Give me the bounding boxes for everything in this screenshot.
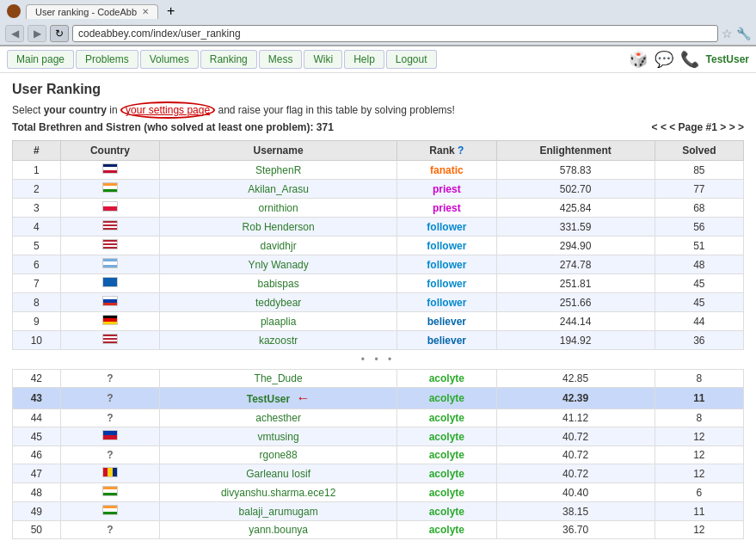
forward-button[interactable]: ▶ <box>28 25 46 42</box>
cell-solved: 44 <box>655 312 743 331</box>
username-link[interactable]: StephenR <box>255 164 301 176</box>
browser-chrome: User ranking - CodeAbb ✕ + ◀ ▶ ↻ codeabb… <box>0 0 756 46</box>
cell-username[interactable]: kazoostr <box>160 331 397 350</box>
top-rows-body: 1 StephenR fanatic 578.83 85 2 Akilan_Ar… <box>13 161 744 350</box>
username-link[interactable]: plaaplia <box>261 316 296 328</box>
cell-solved: 12 <box>655 521 743 539</box>
cell-rank: 10 <box>13 331 61 350</box>
rank-badge: follower <box>427 259 466 271</box>
tab-close-button[interactable]: ✕ <box>142 7 149 16</box>
cell-rank: 2 <box>13 180 61 199</box>
cell-user-rank: acolyte <box>397 521 497 539</box>
cell-username[interactable]: achesther <box>160 409 397 427</box>
nav-main-page[interactable]: Main page <box>7 50 74 69</box>
cell-rank: 49 <box>13 502 61 521</box>
cell-username[interactable]: StephenR <box>160 161 397 180</box>
cell-flag <box>60 502 160 521</box>
nav-problems[interactable]: Problems <box>76 50 138 69</box>
username-link[interactable]: davidhjr <box>261 240 297 252</box>
dice-icon-button[interactable]: 🎲 <box>629 50 648 69</box>
username-link[interactable]: kazoostr <box>259 335 298 347</box>
username-link[interactable]: Akilan_Arasu <box>248 183 309 195</box>
new-tab-button[interactable]: + <box>163 3 178 19</box>
nav-ranking[interactable]: Ranking <box>200 50 257 69</box>
cell-user-rank: acolyte <box>397 464 497 483</box>
cell-username[interactable]: babispas <box>160 274 397 293</box>
cell-username[interactable]: davidhjr <box>160 237 397 255</box>
username-link[interactable]: babispas <box>258 278 299 290</box>
cell-rank: 3 <box>13 199 61 218</box>
rank-badge: acolyte <box>429 506 464 518</box>
phone-icon-button[interactable]: 📞 <box>680 50 699 69</box>
cell-solved: 77 <box>655 180 743 199</box>
cell-username[interactable]: vmtusing <box>160 427 397 446</box>
username-link[interactable]: Rob Henderson <box>243 221 315 233</box>
nav-help[interactable]: Help <box>344 50 384 69</box>
rank-help-icon[interactable]: ? <box>458 144 464 157</box>
username-link[interactable]: TestUser <box>247 393 290 405</box>
cell-solved: 48 <box>655 255 743 274</box>
flag-unknown: ? <box>107 449 113 461</box>
col-rank-label: Rank ? <box>397 141 497 161</box>
nav-wiki[interactable]: Wiki <box>304 50 342 69</box>
flag-unknown: ? <box>107 392 113 404</box>
rank-badge: follower <box>427 221 466 233</box>
pagination[interactable]: < < < Page #1 > > > <box>652 121 744 133</box>
username-link[interactable]: vmtusing <box>258 431 299 443</box>
username-link[interactable]: yann.bounya <box>249 524 308 536</box>
cell-username[interactable]: rgone88 <box>160 446 397 464</box>
refresh-button[interactable]: ↻ <box>50 25 69 42</box>
cell-username[interactable]: teddybear <box>160 293 397 312</box>
cell-username[interactable]: divyanshu.sharma.ece12 <box>160 483 397 502</box>
bookmark-button[interactable]: ☆ <box>722 27 733 40</box>
chat-icon-button[interactable]: 💬 <box>655 50 673 69</box>
flag-unknown: ? <box>107 412 113 424</box>
cell-username[interactable]: balaji_arumugam <box>160 502 397 521</box>
username-link[interactable]: rgone88 <box>260 449 298 461</box>
back-button[interactable]: ◀ <box>5 25 24 42</box>
cell-username[interactable]: ornithion <box>160 199 397 218</box>
flag-germany <box>102 315 118 325</box>
cell-username[interactable]: The_Dude <box>160 370 397 388</box>
nav-links: Main page Problems Volumes Ranking Mess … <box>7 50 437 69</box>
cell-username[interactable]: yann.bounya <box>160 521 397 539</box>
cell-username[interactable]: Ynly Wanady <box>160 255 397 274</box>
cell-username[interactable]: Akilan_Arasu <box>160 180 397 199</box>
nav-volumes[interactable]: Volumes <box>140 50 199 69</box>
cell-enlightenment: 38.15 <box>496 502 655 521</box>
cell-solved: 11 <box>655 388 743 409</box>
cell-username[interactable]: plaaplia <box>160 312 397 331</box>
browser-tab[interactable]: User ranking - CodeAbb ✕ <box>26 4 158 19</box>
nav-mess[interactable]: Mess <box>259 50 303 69</box>
username-link[interactable]: achesther <box>255 412 301 424</box>
cell-user-rank: follower <box>397 293 497 312</box>
flag-poland <box>102 201 118 212</box>
username-link[interactable]: Ynly Wanady <box>248 259 308 271</box>
cell-rank: 50 <box>13 521 61 539</box>
cell-enlightenment: 42.85 <box>496 370 655 388</box>
username-link[interactable]: teddybear <box>255 297 301 309</box>
username-link[interactable]: divyanshu.sharma.ece12 <box>221 487 335 499</box>
cell-solved: 12 <box>655 464 743 483</box>
nav-logout[interactable]: Logout <box>386 50 437 69</box>
rank-badge: acolyte <box>429 412 464 424</box>
cell-username[interactable]: Rob Henderson <box>160 218 397 237</box>
address-bar[interactable]: codeabbey.com/index/user_ranking <box>72 25 718 42</box>
cell-rank: 4 <box>13 218 61 237</box>
username-link[interactable]: balaji_arumugam <box>239 506 318 518</box>
rank-badge: acolyte <box>429 468 464 480</box>
username-link[interactable]: The_Dude <box>255 372 303 384</box>
username-link[interactable]: Garleanu Iosif <box>246 468 310 480</box>
cell-enlightenment: 40.40 <box>496 483 655 502</box>
cell-flag <box>60 274 160 293</box>
flag-uk <box>102 163 118 174</box>
cell-username[interactable]: TestUser ← <box>160 388 397 409</box>
cell-user-rank: acolyte <box>397 409 497 427</box>
rank-badge: follower <box>427 278 466 290</box>
cell-username[interactable]: Garleanu Iosif <box>160 464 397 483</box>
username-link[interactable]: ornithion <box>259 202 298 214</box>
rank-badge: acolyte <box>429 372 464 384</box>
col-username: Username <box>160 141 397 161</box>
settings-button[interactable]: 🔧 <box>736 27 751 40</box>
settings-page-link[interactable]: your settings page <box>120 101 215 119</box>
